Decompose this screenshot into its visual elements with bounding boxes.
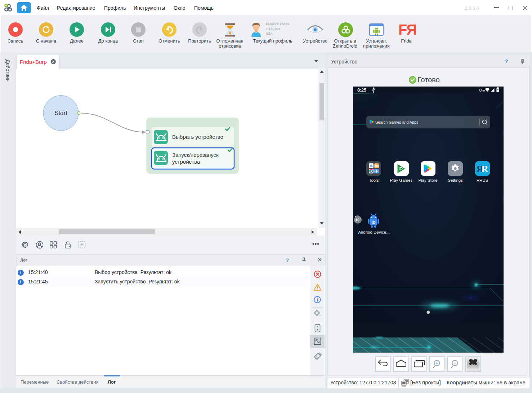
svg-text:+: + [359,217,361,221]
svg-text:Выбрать устройство: Выбрать устройство [172,134,223,140]
svg-text:Play Store: Play Store [418,178,437,182]
svg-text:R: R [482,164,488,174]
svg-text:Play Games: Play Games [390,178,413,182]
svg-text:Tools: Tools [369,178,379,182]
svg-text:Settings: Settings [448,178,463,182]
svg-text:10: 10 [355,218,359,222]
svg-text:Start: Start [54,110,67,116]
svg-text:устройства: устройства [172,159,200,165]
svg-text:8:25: 8:25 [357,88,366,93]
svg-text:G: G [370,164,372,168]
svg-text:ID: ID [372,220,376,225]
svg-text:ЯRUS: ЯRUS [477,178,488,182]
svg-text:Search Games and Apps: Search Games and Apps [375,120,419,124]
svg-text:Android Device...: Android Device... [358,230,390,234]
svg-text:Запуск/перезапуск: Запуск/перезапуск [172,152,219,158]
